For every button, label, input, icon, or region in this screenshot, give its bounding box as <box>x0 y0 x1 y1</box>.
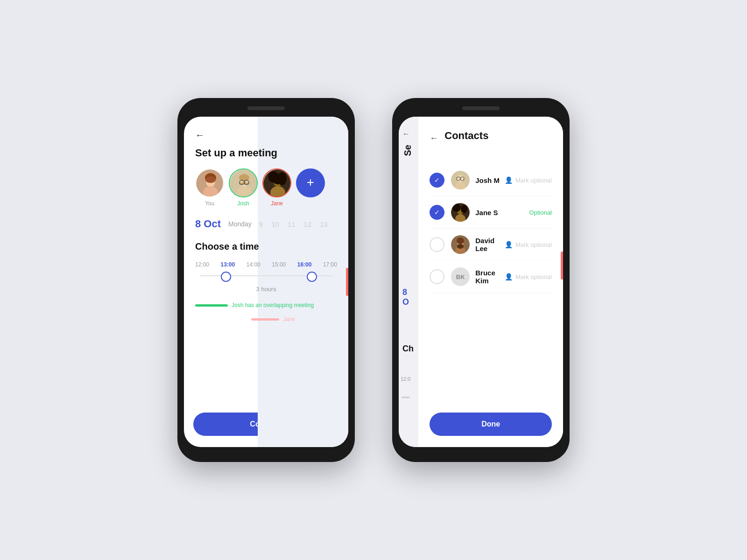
slider-handle-end[interactable] <box>307 272 317 282</box>
josh-bar <box>195 304 228 307</box>
contact-name-josh-m: Josh M <box>475 176 505 184</box>
date-num-12[interactable]: 12 <box>304 220 312 228</box>
phone-speaker <box>247 106 285 110</box>
bg-meeting-content: ← Se 8 O Ch 12:0 <box>399 117 406 447</box>
avatar-label-josh: Josh <box>237 200 249 207</box>
check-icon-josh-m: ✓ <box>434 176 440 184</box>
slider-handle-start[interactable] <box>221 272 231 282</box>
phone-1: ← Set up a meeting <box>177 98 355 462</box>
phone-screen-1: ← Set up a meeting <box>184 117 348 447</box>
meeting-content: ← Set up a meeting <box>184 117 348 413</box>
meeting-bar-row: Josh has an overlapping meeting Jane <box>195 302 337 322</box>
avatar-label-you: You <box>205 200 214 207</box>
contact-check-david-lee[interactable] <box>430 237 444 252</box>
bg-date: 8 O <box>402 287 409 307</box>
check-icon-jane-s: ✓ <box>434 209 440 216</box>
date-row: 8 Oct Monday 9 10 11 12 13 <box>195 218 337 230</box>
done-button[interactable]: Done <box>430 413 552 436</box>
contact-name-bruce-kim: Bruce Kim <box>475 269 505 285</box>
contact-optional-bruce-kim[interactable]: 👤 Mark optional <box>505 273 552 280</box>
svg-point-28 <box>452 203 461 212</box>
time-slider[interactable] <box>195 275 337 282</box>
contact-name-jane-s: Jane S <box>475 209 529 217</box>
time-1300: 13:00 <box>221 261 235 268</box>
slider-handles <box>195 272 337 282</box>
contact-item-josh-m: ✓ Josh M <box>430 164 552 196</box>
avatar-item-jane: Jane <box>262 168 291 207</box>
add-participant-button[interactable]: + <box>296 168 325 197</box>
contacts-bg: ← Se 8 O Ch 12:0 <box>399 117 418 447</box>
bg-bar <box>402 397 410 398</box>
jane-bar-row: Jane <box>195 316 337 322</box>
phone-screen-2: ← Se 8 O Ch 12:0 ← Contacts <box>399 117 563 447</box>
contact-item-bruce-kim: BK Bruce Kim 👤 Mark optional <box>430 261 552 293</box>
contact-avatar-david-lee <box>451 235 470 254</box>
current-date: 8 Oct <box>195 218 221 230</box>
bg-ch: Ch <box>402 344 414 354</box>
contact-avatar-bruce-kim: BK <box>451 267 470 286</box>
contact-optional-david-lee[interactable]: 👤 Mark optional <box>505 241 552 248</box>
avatar-jane[interactable] <box>262 168 291 197</box>
jane-bar-label: Jane <box>283 316 295 322</box>
meeting-title: Set up a meeting <box>195 147 337 159</box>
optional-label-jane-s: Optional <box>529 209 552 216</box>
avatars-row: You <box>195 168 337 207</box>
avatar-label-jane: Jane <box>271 200 283 207</box>
choose-time-title: Choose a time <box>195 241 337 252</box>
date-numbers: 9 10 11 12 13 <box>259 220 328 228</box>
duration-label: 3 hours <box>195 286 337 293</box>
back-button-1[interactable]: ← <box>195 130 337 140</box>
time-1200: 12:00 <box>195 261 209 268</box>
contact-optional-josh-m[interactable]: 👤 Mark optional <box>505 176 552 184</box>
josh-bar-row: Josh has an overlapping meeting <box>195 302 337 308</box>
avatar-you[interactable] <box>195 168 224 197</box>
person-icon-david-lee: 👤 <box>505 241 513 248</box>
phone-2: ← Se 8 O Ch 12:0 ← Contacts <box>392 98 570 462</box>
contacts-title: Contacts <box>444 130 488 142</box>
contact-check-bruce-kim[interactable] <box>430 269 444 284</box>
time-1700: 17:00 <box>323 261 337 268</box>
date-num-10[interactable]: 10 <box>271 220 279 228</box>
contact-avatar-josh-m <box>451 171 470 189</box>
avatar-item-josh: Josh <box>229 168 258 207</box>
red-accent-2 <box>561 252 563 280</box>
bg-time: 12:0 <box>401 376 410 382</box>
back-button-2[interactable]: ← <box>430 133 438 143</box>
date-num-11[interactable]: 11 <box>288 220 296 228</box>
phone-speaker-2 <box>462 106 500 110</box>
time-1400: 14:00 <box>247 261 261 268</box>
time-ruler: 12:00 13:00 14:00 15:00 16:00 17:00 <box>195 261 337 268</box>
svg-point-4 <box>205 176 216 183</box>
contacts-screen: ← Se 8 O Ch 12:0 ← Contacts <box>399 117 563 447</box>
contact-check-josh-m[interactable]: ✓ <box>430 173 444 188</box>
svg-point-29 <box>461 205 467 213</box>
contact-item-david-lee: David Lee 👤 Mark optional <box>430 229 552 261</box>
day-label: Monday <box>228 220 252 228</box>
bg-title-text: Se <box>402 145 413 156</box>
jane-bar <box>251 318 279 321</box>
svg-point-33 <box>457 238 464 244</box>
svg-point-18 <box>272 175 284 184</box>
contact-check-jane-s[interactable]: ✓ <box>430 205 444 220</box>
avatar-initials-bruce-kim: BK <box>456 273 465 280</box>
contact-item-jane-s: ✓ Jane S <box>430 196 552 229</box>
optional-label-bruce-kim: Mark optional <box>515 273 552 280</box>
optional-label-josh-m: Mark optional <box>515 177 552 184</box>
avatar-item-you: You <box>195 168 224 207</box>
time-1600: 16:00 <box>297 261 312 268</box>
contact-optional-jane-s[interactable]: Optional <box>529 209 552 216</box>
date-num-9[interactable]: 9 <box>259 220 263 228</box>
svg-point-34 <box>457 244 464 249</box>
contacts-panel: ← Contacts ✓ <box>418 117 563 447</box>
time-1500: 15:00 <box>272 261 286 268</box>
overlap-message: Josh has an overlapping meeting <box>232 302 314 308</box>
contact-name-david-lee: David Lee <box>475 237 505 252</box>
avatar-josh[interactable] <box>229 168 258 197</box>
contact-avatar-jane-s <box>451 203 470 222</box>
person-icon-josh-m: 👤 <box>505 176 513 184</box>
meeting-bars: Josh has an overlapping meeting Jane <box>195 302 337 339</box>
date-num-13[interactable]: 13 <box>320 220 328 228</box>
plus-icon: + <box>307 176 314 189</box>
optional-label-david-lee: Mark optional <box>515 241 552 248</box>
person-icon-bruce-kim: 👤 <box>505 273 513 280</box>
